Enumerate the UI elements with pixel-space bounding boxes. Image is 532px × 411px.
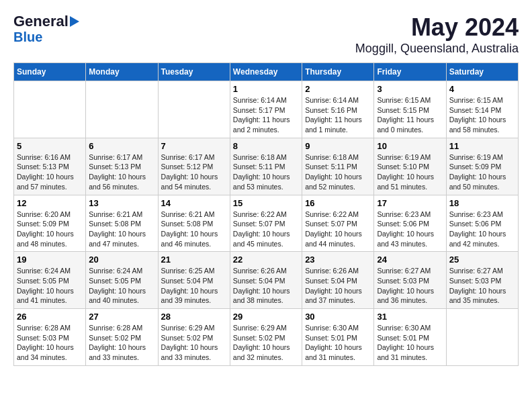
calendar-cell: 22Sunrise: 6:26 AMSunset: 5:04 PMDayligh… xyxy=(230,252,302,309)
logo-arrow-icon xyxy=(70,16,79,27)
day-number: 22 xyxy=(233,255,299,265)
calendar-cell: 31Sunrise: 6:30 AMSunset: 5:01 PMDayligh… xyxy=(374,309,446,366)
day-info: Sunrise: 6:28 AMSunset: 5:03 PMDaylight:… xyxy=(17,323,83,363)
column-header-wednesday: Wednesday xyxy=(230,63,302,81)
calendar-cell: 11Sunrise: 6:19 AMSunset: 5:09 PMDayligh… xyxy=(446,138,518,195)
column-header-tuesday: Tuesday xyxy=(158,63,230,81)
day-info: Sunrise: 6:15 AMSunset: 5:14 PMDaylight:… xyxy=(449,95,515,135)
column-header-thursday: Thursday xyxy=(302,63,374,81)
calendar-cell: 4Sunrise: 6:15 AMSunset: 5:14 PMDaylight… xyxy=(446,81,518,138)
calendar-cell: 13Sunrise: 6:21 AMSunset: 5:08 PMDayligh… xyxy=(86,195,158,252)
calendar-week-row: 1Sunrise: 6:14 AMSunset: 5:17 PMDaylight… xyxy=(14,81,519,138)
day-info: Sunrise: 6:30 AMSunset: 5:01 PMDaylight:… xyxy=(377,323,443,363)
day-number: 18 xyxy=(449,198,515,208)
day-info: Sunrise: 6:28 AMSunset: 5:02 PMDaylight:… xyxy=(89,323,154,363)
calendar-cell xyxy=(14,81,86,138)
calendar-cell xyxy=(86,81,158,138)
day-number: 4 xyxy=(449,84,515,94)
day-number: 9 xyxy=(305,141,371,151)
day-info: Sunrise: 6:26 AMSunset: 5:04 PMDaylight:… xyxy=(305,266,371,306)
calendar-table: SundayMondayTuesdayWednesdayThursdayFrid… xyxy=(13,62,519,366)
day-info: Sunrise: 6:18 AMSunset: 5:11 PMDaylight:… xyxy=(233,152,299,192)
day-number: 27 xyxy=(89,312,154,322)
day-number: 7 xyxy=(161,141,227,151)
calendar-cell: 27Sunrise: 6:28 AMSunset: 5:02 PMDayligh… xyxy=(86,309,158,366)
calendar-cell: 10Sunrise: 6:19 AMSunset: 5:10 PMDayligh… xyxy=(374,138,446,195)
day-info: Sunrise: 6:15 AMSunset: 5:15 PMDaylight:… xyxy=(377,95,443,135)
day-number: 14 xyxy=(161,198,227,208)
day-number: 23 xyxy=(305,255,371,265)
day-info: Sunrise: 6:24 AMSunset: 5:05 PMDaylight:… xyxy=(89,266,154,306)
day-number: 17 xyxy=(377,198,443,208)
logo-text-blue: Blue xyxy=(13,30,42,44)
calendar-cell: 2Sunrise: 6:14 AMSunset: 5:16 PMDaylight… xyxy=(302,81,374,138)
calendar-cell: 15Sunrise: 6:22 AMSunset: 5:07 PMDayligh… xyxy=(230,195,302,252)
day-info: Sunrise: 6:19 AMSunset: 5:10 PMDaylight:… xyxy=(377,152,443,192)
page-header: General Blue May 2024 Moggill, Queenslan… xyxy=(13,13,519,56)
day-info: Sunrise: 6:21 AMSunset: 5:08 PMDaylight:… xyxy=(89,210,154,249)
calendar-week-row: 5Sunrise: 6:16 AMSunset: 5:13 PMDaylight… xyxy=(14,138,519,195)
day-number: 29 xyxy=(233,312,299,322)
calendar-cell xyxy=(158,81,230,138)
day-info: Sunrise: 6:26 AMSunset: 5:04 PMDaylight:… xyxy=(233,266,299,306)
calendar-cell: 9Sunrise: 6:18 AMSunset: 5:11 PMDaylight… xyxy=(302,138,374,195)
calendar-cell: 14Sunrise: 6:21 AMSunset: 5:08 PMDayligh… xyxy=(158,195,230,252)
day-info: Sunrise: 6:27 AMSunset: 5:03 PMDaylight:… xyxy=(377,266,443,306)
calendar-cell: 28Sunrise: 6:29 AMSunset: 5:02 PMDayligh… xyxy=(158,309,230,366)
column-header-saturday: Saturday xyxy=(446,63,518,81)
day-number: 21 xyxy=(161,255,227,265)
day-info: Sunrise: 6:17 AMSunset: 5:12 PMDaylight:… xyxy=(161,152,227,192)
calendar-title: May 2024 xyxy=(355,13,519,42)
day-info: Sunrise: 6:30 AMSunset: 5:01 PMDaylight:… xyxy=(305,323,371,363)
day-info: Sunrise: 6:23 AMSunset: 5:06 PMDaylight:… xyxy=(449,210,515,249)
day-number: 26 xyxy=(17,312,83,322)
calendar-subtitle: Moggill, Queensland, Australia xyxy=(355,42,519,56)
calendar-cell: 18Sunrise: 6:23 AMSunset: 5:06 PMDayligh… xyxy=(446,195,518,252)
day-info: Sunrise: 6:22 AMSunset: 5:07 PMDaylight:… xyxy=(233,210,299,249)
day-info: Sunrise: 6:22 AMSunset: 5:07 PMDaylight:… xyxy=(305,210,371,249)
day-info: Sunrise: 6:14 AMSunset: 5:16 PMDaylight:… xyxy=(305,95,371,135)
day-number: 15 xyxy=(233,198,299,208)
column-header-sunday: Sunday xyxy=(14,63,86,81)
day-number: 1 xyxy=(233,84,299,94)
day-number: 6 xyxy=(89,141,154,151)
day-info: Sunrise: 6:19 AMSunset: 5:09 PMDaylight:… xyxy=(449,152,515,192)
day-number: 2 xyxy=(305,84,371,94)
day-number: 30 xyxy=(305,312,371,322)
calendar-cell: 19Sunrise: 6:24 AMSunset: 5:05 PMDayligh… xyxy=(14,252,86,309)
day-info: Sunrise: 6:29 AMSunset: 5:02 PMDaylight:… xyxy=(233,323,299,363)
day-info: Sunrise: 6:29 AMSunset: 5:02 PMDaylight:… xyxy=(161,323,227,363)
day-number: 20 xyxy=(89,255,154,265)
calendar-cell: 20Sunrise: 6:24 AMSunset: 5:05 PMDayligh… xyxy=(86,252,158,309)
calendar-cell: 23Sunrise: 6:26 AMSunset: 5:04 PMDayligh… xyxy=(302,252,374,309)
day-number: 5 xyxy=(17,141,83,151)
calendar-header-row: SundayMondayTuesdayWednesdayThursdayFrid… xyxy=(14,63,519,81)
calendar-cell: 25Sunrise: 6:27 AMSunset: 5:03 PMDayligh… xyxy=(446,252,518,309)
day-number: 25 xyxy=(449,255,515,265)
day-number: 11 xyxy=(449,141,515,151)
day-info: Sunrise: 6:21 AMSunset: 5:08 PMDaylight:… xyxy=(161,210,227,249)
day-number: 10 xyxy=(377,141,443,151)
day-number: 28 xyxy=(161,312,227,322)
day-info: Sunrise: 6:23 AMSunset: 5:06 PMDaylight:… xyxy=(377,210,443,249)
calendar-cell: 26Sunrise: 6:28 AMSunset: 5:03 PMDayligh… xyxy=(14,309,86,366)
day-info: Sunrise: 6:14 AMSunset: 5:17 PMDaylight:… xyxy=(233,95,299,135)
title-area: May 2024 Moggill, Queensland, Australia xyxy=(355,13,519,56)
calendar-week-row: 26Sunrise: 6:28 AMSunset: 5:03 PMDayligh… xyxy=(14,309,519,366)
day-number: 3 xyxy=(377,84,443,94)
logo: General Blue xyxy=(13,13,79,44)
day-info: Sunrise: 6:27 AMSunset: 5:03 PMDaylight:… xyxy=(449,266,515,306)
day-number: 19 xyxy=(17,255,83,265)
calendar-week-row: 19Sunrise: 6:24 AMSunset: 5:05 PMDayligh… xyxy=(14,252,519,309)
calendar-cell: 21Sunrise: 6:25 AMSunset: 5:04 PMDayligh… xyxy=(158,252,230,309)
day-number: 16 xyxy=(305,198,371,208)
calendar-week-row: 12Sunrise: 6:20 AMSunset: 5:09 PMDayligh… xyxy=(14,195,519,252)
day-info: Sunrise: 6:24 AMSunset: 5:05 PMDaylight:… xyxy=(17,266,83,306)
day-info: Sunrise: 6:25 AMSunset: 5:04 PMDaylight:… xyxy=(161,266,227,306)
calendar-cell: 29Sunrise: 6:29 AMSunset: 5:02 PMDayligh… xyxy=(230,309,302,366)
calendar-cell: 3Sunrise: 6:15 AMSunset: 5:15 PMDaylight… xyxy=(374,81,446,138)
calendar-cell: 30Sunrise: 6:30 AMSunset: 5:01 PMDayligh… xyxy=(302,309,374,366)
calendar-cell: 7Sunrise: 6:17 AMSunset: 5:12 PMDaylight… xyxy=(158,138,230,195)
logo-text-general: General xyxy=(13,13,69,30)
calendar-cell: 24Sunrise: 6:27 AMSunset: 5:03 PMDayligh… xyxy=(374,252,446,309)
